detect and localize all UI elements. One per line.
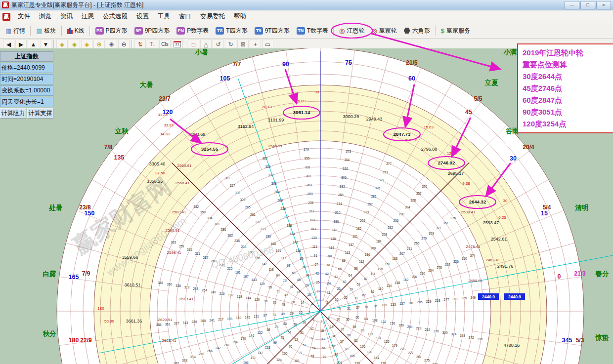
wheel-cell-number: 328 <box>410 199 416 202</box>
tool-zoom-out[interactable]: ⊖ <box>118 39 130 49</box>
tool-zoom-in[interactable]: ⊕ <box>106 39 117 49</box>
wheel-solar-term-label: 秋分 <box>43 330 57 337</box>
current-price-value: 2440.9 <box>482 294 495 299</box>
menu-gann[interactable]: 江恩 <box>77 11 98 22</box>
toolbar-item-quotes[interactable]: ▦行情 <box>2 26 29 36</box>
wheel-cell-number: 23 <box>337 287 341 290</box>
tool-triangle-tool[interactable]: △ <box>200 39 212 49</box>
wheel-cell-number: 105 <box>350 354 355 358</box>
tool-rotate-right[interactable]: ↻ <box>225 39 236 49</box>
wheel-cell-number: 115 <box>312 245 317 248</box>
menu-trading[interactable]: 交易委托 <box>196 11 229 22</box>
menu-file[interactable]: 文件 <box>13 11 35 22</box>
tool-rect-tool[interactable]: □ <box>188 39 199 49</box>
menu-settings[interactable]: 设置 <box>132 11 153 22</box>
wheel-cell-number: 280 <box>399 212 404 216</box>
minimize-button[interactable]: ─ <box>565 1 579 9</box>
toolbar-item-winner-wheel[interactable]: ◎赢家轮 <box>368 26 400 36</box>
brand-logo-icon: 赢 <box>2 13 10 21</box>
calc-support-button[interactable]: 计算支撑 <box>27 108 53 119</box>
wheel-degree-label: 135 <box>114 154 125 161</box>
wheel-price-label: 4780.16 <box>504 343 520 348</box>
toolbar-item-sectors[interactable]: ▦板块 <box>33 26 59 36</box>
tool-crosshair[interactable]: + <box>250 39 261 49</box>
toolbar-item-hexagon[interactable]: 六角形 <box>400 26 434 36</box>
toolbar-item-gann-wheel[interactable]: ◎江恩轮 <box>336 26 368 36</box>
toolbar-item-p-table[interactable]: PNP数字表 <box>173 26 212 36</box>
wheel-cell-number: 332 <box>268 173 274 177</box>
wheel-cell-number: 374 <box>470 254 476 257</box>
wheel-cell-number: 95 <box>268 285 272 289</box>
wheel-cell-number: 83 <box>361 328 365 332</box>
index-info-panel: 上证指数 价格=2440.9099时间=20190104变换系数=1.00000… <box>0 51 53 119</box>
tool-circle-plus[interactable]: ⊕ <box>93 39 105 49</box>
info-row[interactable]: 周天变化步长=1 <box>0 97 53 107</box>
info-row[interactable]: 时间=20190104 <box>0 74 53 84</box>
wheel-cell-number: 15 <box>299 311 303 314</box>
wheel-cell-number: 25 <box>316 281 320 284</box>
tool-back[interactable]: ◀ <box>3 39 14 49</box>
tool-diamond-3[interactable]: ◈ <box>81 39 92 49</box>
tool-boxed-x[interactable]: ⊠ <box>237 39 249 49</box>
menu-help[interactable]: 帮助 <box>229 11 251 22</box>
p-table-icon: PN <box>176 27 185 35</box>
wheel-cell-number: 136 <box>365 253 370 256</box>
tool-updown-percent[interactable]: ⇅ <box>134 39 146 49</box>
toolbar-item-kline[interactable]: K线 <box>64 26 88 36</box>
wheel-cell-number: 171 <box>251 356 256 360</box>
menu-stock-picker[interactable]: 公式选股 <box>98 11 132 22</box>
wheel-cell-number: 362 <box>174 362 179 364</box>
info-row[interactable]: 价格=2440.9099 <box>0 63 53 73</box>
tool-diamond-2[interactable]: ◈ <box>69 39 80 49</box>
wheel-cell-number: 89 <box>342 259 346 262</box>
toolbar-item-p-square[interactable]: PSP四方形 <box>92 26 131 36</box>
tool-filter[interactable]: ▼ <box>40 39 51 49</box>
maximize-button[interactable]: □ <box>580 1 595 9</box>
annotation-line: 45度2746点 <box>523 82 613 94</box>
tool-rotate-left[interactable]: ↺ <box>213 39 224 49</box>
menu-news[interactable]: 资讯 <box>56 11 77 22</box>
toolbar-item-t-table[interactable]: TNT数字表 <box>293 26 332 36</box>
menu-tools[interactable]: 工具 <box>153 11 175 22</box>
toolbar-item-t-square[interactable]: TST四方形 <box>212 26 251 36</box>
tool-cls[interactable]: Cls <box>159 39 171 49</box>
wheel-cell-number: 156 <box>390 322 395 325</box>
tool-forward[interactable]: ▶ <box>15 39 27 49</box>
wheel-cell-number: 93 <box>287 264 291 267</box>
calc-resistance-button[interactable]: 计算阻力 <box>0 108 26 119</box>
wheel-date-label: 7/7 <box>233 61 241 68</box>
info-row[interactable]: 变换系数=1.00000 <box>0 85 53 96</box>
tool-calendar[interactable]: 31 <box>172 39 183 49</box>
wheel-solar-term-label: 春分 <box>595 270 610 278</box>
tool-up[interactable]: ▲ <box>28 39 39 49</box>
toolbar-item-9p-square[interactable]: 9P9P四方形 <box>131 26 174 36</box>
wheel-cell-number: 69 <box>292 271 296 275</box>
wheel-cell-number: 282 <box>340 185 345 188</box>
wheel-price-label: 3101.99 <box>268 118 284 122</box>
wheel-cell-number: 73 <box>272 313 276 317</box>
wheel-cell-number: 382 <box>193 205 199 208</box>
wheel-cell-number: 129 <box>354 362 360 364</box>
wheel-cell-number: 309 <box>240 198 245 202</box>
close-button[interactable]: × <box>596 1 611 9</box>
menu-window[interactable]: 窗口 <box>175 11 196 22</box>
tool-t-down[interactable]: T↓ <box>147 39 158 49</box>
9p-square-icon: 9P <box>134 27 143 35</box>
tool-dashed-rect[interactable]: ▭ <box>262 39 273 49</box>
wheel-cell-number: 88 <box>354 267 358 270</box>
wheel-cell-number: 14 <box>301 301 305 304</box>
menu-browse[interactable]: 浏览 <box>35 11 56 22</box>
tool-diamond-1[interactable]: ◈ <box>56 39 68 49</box>
wheel-price-label-inner: 2478.41 <box>466 244 481 249</box>
wheel-date-label: 5/3 <box>576 337 584 344</box>
t-table-label: T数字表 <box>307 27 328 35</box>
wheel-cell-number: 204 <box>407 325 413 328</box>
wheel-cell-number: 62 <box>362 293 366 297</box>
toolbar-item-9t-square[interactable]: T99T四方形 <box>251 26 293 36</box>
wheel-solar-term-label: 大暑 <box>140 81 153 88</box>
wheel-cell-number: 11 <box>327 291 331 294</box>
toolbar-item-winner-service[interactable]: $赢家服务 <box>438 26 474 36</box>
wheel-cell-number: 98 <box>266 328 270 331</box>
wheel-cell-number: 330 <box>343 167 348 170</box>
diamond-2-icon: ◈ <box>72 41 77 48</box>
